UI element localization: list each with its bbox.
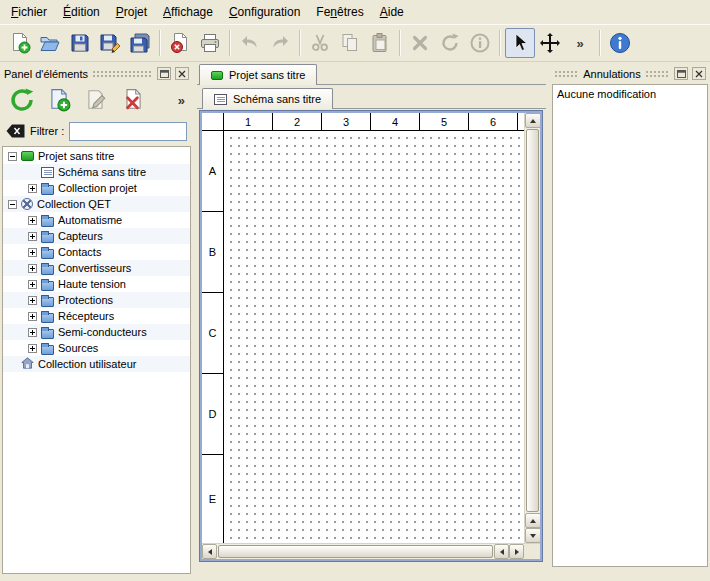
menu-configuration[interactable]: Configuration [221,1,308,23]
tree-item-automatisme[interactable]: Automatisme [3,212,190,228]
scroll-left-button-2[interactable] [494,544,509,559]
close-file-button[interactable] [165,28,195,58]
undo-history-list[interactable]: Aucune modification [552,84,708,567]
qelectrotech-window: Fichier Édition Projet Affichage Configu… [0,0,710,581]
scroll-up-button[interactable] [525,113,540,128]
tree-item-haute-tension[interactable]: Haute tension [3,276,190,292]
dock-close-button[interactable] [692,67,706,80]
cut-icon [309,32,331,54]
copy-button[interactable] [335,28,365,58]
toolbar-overflow-button[interactable]: » [565,28,595,58]
folder-icon [41,329,54,339]
panel-toolbar-overflow-button[interactable]: » [178,93,185,108]
scroll-down-button[interactable] [525,528,540,543]
paste-button[interactable] [365,28,395,58]
redo-button[interactable] [265,28,295,58]
tree-collapse-toggle[interactable] [8,200,17,209]
horizontal-scroll-track[interactable] [217,544,494,559]
print-button[interactable] [195,28,225,58]
scroll-up-button-2[interactable] [525,513,540,528]
rotate-button[interactable] [435,28,465,58]
tree-item-collection-projet[interactable]: Collection projet [3,180,190,196]
tree-expand-toggle[interactable] [28,312,37,321]
clear-filter-button[interactable] [6,124,25,138]
tree-item-sources[interactable]: Sources [3,340,190,356]
tree-item-collection-utilisateur[interactable]: Collection utilisateur [3,356,190,372]
tree-expand-toggle[interactable] [28,184,37,193]
dock-close-button[interactable] [175,67,189,80]
tree-item-recepteurs[interactable]: Récepteurs [3,308,190,324]
tree-expand-toggle[interactable] [28,248,37,257]
column-header: 3 [322,113,371,131]
dock-drag-handle[interactable] [554,70,579,78]
tree-item-convertisseurs[interactable]: Convertisseurs [3,260,190,276]
delete-icon [409,32,431,54]
tab-schema-sans-titre[interactable]: Schéma sans titre [202,88,333,109]
open-project-button[interactable] [35,28,65,58]
tree-expand-toggle[interactable] [28,216,37,225]
cut-button[interactable] [305,28,335,58]
tab-projet-sans-titre[interactable]: Projet sans titre [199,64,317,85]
tree-expand-toggle[interactable] [28,328,37,337]
tree-item-schema[interactable]: Schéma sans titre [3,164,190,180]
delete-element-button[interactable] [119,86,147,114]
tree-collapse-toggle[interactable] [8,152,17,161]
tree-item-contacts[interactable]: Contacts [3,244,190,260]
dock-float-button[interactable] [674,67,688,80]
menu-bar: Fichier Édition Projet Affichage Configu… [0,0,710,24]
menu-fichier[interactable]: Fichier [3,1,55,23]
menu-fenetres[interactable]: Fenêtres [308,1,371,23]
dot-grid-canvas[interactable] [224,131,524,543]
undo-button[interactable] [235,28,265,58]
diagram-canvas[interactable]: 1 2 3 4 5 6 A B C [202,113,524,543]
dock-drag-handle[interactable] [645,70,670,78]
horizontal-scrollbar[interactable] [202,544,524,559]
tree-item-capteurs[interactable]: Capteurs [3,228,190,244]
scroll-left-button[interactable] [202,544,217,559]
new-document-button[interactable] [5,28,35,58]
redo-icon [269,32,291,54]
tree-expand-toggle[interactable] [28,264,37,273]
elements-panel-dock: Panel d'éléments [0,62,193,581]
select-tool-button[interactable] [505,28,535,58]
undo-icon [239,32,261,54]
dock-drag-handle[interactable] [92,70,153,78]
menu-projet[interactable]: Projet [108,1,155,23]
vertical-scrollbar[interactable] [524,113,540,543]
vertical-scroll-track[interactable] [525,128,540,513]
move-tool-button[interactable] [535,28,565,58]
folder-icon [41,265,54,275]
conductor-info-button[interactable] [465,28,495,58]
new-element-icon [47,88,71,112]
save-as-button[interactable] [95,28,125,58]
menu-aide[interactable]: Aide [372,1,412,23]
tree-expand-toggle[interactable] [28,344,37,353]
dock-float-button[interactable] [157,67,171,80]
tree-item-collection-qet[interactable]: Collection QET [3,196,190,212]
vertical-scroll-thumb[interactable] [526,129,539,512]
tree-item-protections[interactable]: Protections [3,292,190,308]
column-header: 6 [469,113,518,131]
save-button[interactable] [65,28,95,58]
new-element-button[interactable] [45,86,73,114]
reload-collections-button[interactable] [8,86,36,114]
arrow-down-icon [530,534,536,538]
row-header: B [202,212,223,293]
tree-item-semi-conducteurs[interactable]: Semi-conducteurs [3,324,190,340]
tree-expand-toggle[interactable] [28,232,37,241]
about-button[interactable] [605,28,635,58]
menu-affichage[interactable]: Affichage [155,1,221,23]
tree-item-project[interactable]: Projet sans titre [3,148,190,164]
tree-expand-toggle[interactable] [28,296,37,305]
scroll-right-button[interactable] [509,544,524,559]
tree-item-label: Contacts [58,246,105,258]
save-all-button[interactable] [125,28,155,58]
column-header: 4 [371,113,420,131]
menu-edition[interactable]: Édition [55,1,108,23]
horizontal-scroll-thumb[interactable] [218,545,493,558]
tree-expand-toggle[interactable] [28,280,37,289]
arrow-up-icon [530,519,536,523]
filter-input[interactable] [69,122,187,141]
delete-button[interactable] [405,28,435,58]
edit-element-button[interactable] [82,86,110,114]
